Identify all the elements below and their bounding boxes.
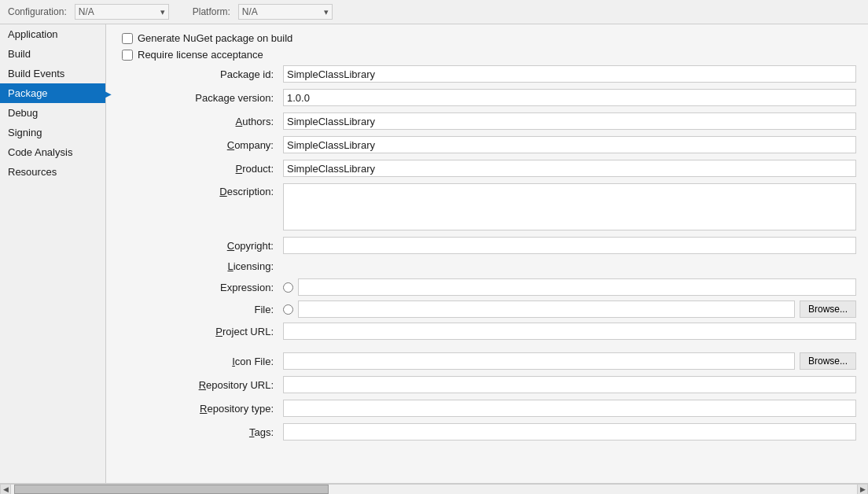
expression-row: Expression:	[118, 278, 856, 296]
sidebar-item-code-analysis[interactable]: Code Analysis	[0, 142, 105, 162]
product-row: Product:	[118, 160, 856, 177]
package-id-input[interactable]	[283, 65, 856, 83]
authors-row: Authors:	[118, 112, 856, 130]
package-version-label: Package version:	[118, 92, 283, 104]
h-scroll-thumb[interactable]	[14, 485, 329, 494]
tags-input[interactable]	[283, 423, 856, 441]
generate-nuget-checkbox[interactable]	[122, 33, 133, 44]
generate-nuget-label: Generate NuGet package on build	[138, 32, 292, 44]
sidebar-item-resources[interactable]: Resources	[0, 162, 105, 182]
copyright-row: Copyright:	[118, 237, 856, 254]
company-label: Company:	[118, 139, 283, 151]
project-url-label: Project URL:	[118, 326, 283, 337]
company-input[interactable]	[283, 136, 856, 153]
repository-url-input[interactable]	[283, 376, 856, 393]
sidebar-item-application[interactable]: Application	[0, 24, 105, 44]
sidebar-item-signing[interactable]: Signing	[0, 123, 105, 142]
bottom-scrollbar: ◀ ▶	[0, 483, 868, 494]
expression-label: Expression:	[118, 282, 283, 293]
icon-file-row: Icon File: Browse...	[118, 352, 856, 370]
company-row: Company:	[118, 136, 856, 153]
expression-input[interactable]	[298, 278, 856, 296]
repository-type-row: Repository type:	[118, 400, 856, 417]
main-container: Application Build Build Events Package D…	[0, 24, 868, 483]
sidebar-item-debug[interactable]: Debug	[0, 103, 105, 123]
require-license-row: Require license acceptance	[118, 49, 856, 61]
sidebar-item-build[interactable]: Build	[0, 44, 105, 64]
tags-label: Tags:	[118, 426, 283, 438]
package-id-label: Package id:	[118, 68, 283, 80]
require-license-checkbox[interactable]	[122, 50, 133, 61]
authors-label: Authors:	[118, 116, 283, 127]
copyright-input[interactable]	[283, 237, 856, 254]
package-version-row: Package version:	[118, 89, 856, 106]
licensing-label: Licensing:	[118, 260, 283, 272]
tags-row: Tags:	[118, 423, 856, 441]
sidebar-item-package[interactable]: Package	[0, 83, 105, 103]
platform-select-wrapper: N/A	[238, 4, 333, 20]
product-label: Product:	[118, 163, 283, 175]
package-version-input[interactable]	[283, 89, 856, 106]
platform-select[interactable]: N/A	[238, 4, 333, 20]
expression-radio[interactable]	[283, 282, 293, 293]
sidebar: Application Build Build Events Package D…	[0, 24, 106, 483]
repository-url-label: Repository URL:	[118, 379, 283, 391]
file-input[interactable]	[298, 300, 795, 318]
file-label: File:	[118, 304, 283, 315]
configuration-label: Configuration:	[8, 6, 67, 17]
scroll-right-arrow[interactable]: ▶	[857, 484, 868, 495]
repository-url-row: Repository URL:	[118, 376, 856, 393]
platform-label: Platform:	[193, 6, 230, 17]
icon-file-input[interactable]	[283, 352, 795, 370]
product-input[interactable]	[283, 160, 856, 177]
h-scroll-track	[11, 484, 857, 495]
configuration-select-wrapper: N/A	[75, 4, 169, 20]
icon-file-label: Icon File:	[118, 356, 283, 367]
file-browse-button[interactable]: Browse...	[800, 300, 856, 318]
repository-type-label: Repository type:	[118, 403, 283, 415]
top-bar: Configuration: N/A Platform: N/A	[0, 0, 868, 24]
project-url-input[interactable]	[283, 323, 856, 340]
require-license-label: Require license acceptance	[138, 49, 263, 61]
repository-type-input[interactable]	[283, 400, 856, 417]
description-row: Description:	[118, 183, 856, 230]
sidebar-item-build-events[interactable]: Build Events	[0, 64, 105, 83]
copyright-label: Copyright:	[118, 240, 283, 252]
description-label: Description:	[118, 183, 283, 197]
file-row: File: Browse...	[118, 300, 856, 318]
icon-browse-button[interactable]: Browse...	[800, 352, 856, 370]
file-radio[interactable]	[283, 304, 293, 315]
description-textarea[interactable]	[283, 183, 856, 230]
configuration-select[interactable]: N/A	[75, 4, 169, 20]
project-url-row: Project URL:	[118, 323, 856, 340]
licensing-row: Licensing:	[118, 260, 856, 272]
content-area: Generate NuGet package on build Require …	[106, 24, 868, 483]
generate-nuget-row: Generate NuGet package on build	[118, 32, 856, 44]
package-id-row: Package id:	[118, 65, 856, 83]
authors-input[interactable]	[283, 112, 856, 130]
scroll-left-arrow[interactable]: ◀	[0, 484, 11, 495]
